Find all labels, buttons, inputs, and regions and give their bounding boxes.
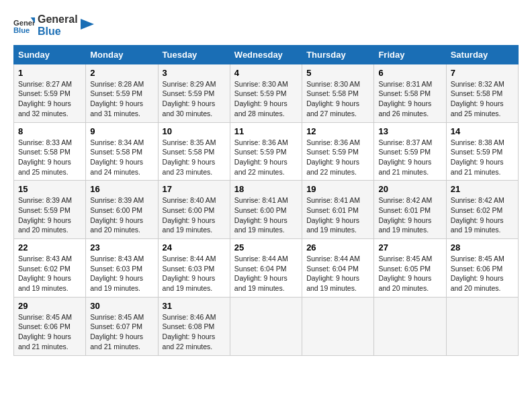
day-number: 7 [451, 68, 514, 78]
day-cell: 14 Sunrise: 8:38 AMSunset: 5:59 PMDaylig… [446, 122, 518, 181]
week-row-5: 29 Sunrise: 8:45 AMSunset: 6:06 PMDaylig… [14, 297, 519, 355]
day-number: 31 [163, 301, 226, 311]
day-detail: Sunrise: 8:44 AMSunset: 6:03 PMDaylight:… [163, 254, 226, 293]
svg-text:General: General [13, 19, 35, 27]
day-number: 1 [18, 68, 81, 78]
day-number: 19 [306, 184, 369, 194]
day-cell: 3 Sunrise: 8:29 AMSunset: 5:59 PMDayligh… [158, 64, 230, 122]
day-cell: 24 Sunrise: 8:44 AMSunset: 6:03 PMDaylig… [158, 239, 230, 298]
day-detail: Sunrise: 8:42 AMSunset: 6:02 PMDaylight:… [451, 195, 514, 235]
day-number: 23 [90, 242, 153, 253]
day-cell: 10 Sunrise: 8:35 AMSunset: 5:58 PMDaylig… [158, 122, 230, 181]
day-number: 27 [378, 242, 441, 253]
logo: General Blue General Blue [13, 13, 94, 38]
logo-arrow-icon [81, 19, 94, 32]
day-detail: Sunrise: 8:29 AMSunset: 5:59 PMDaylight:… [163, 79, 226, 119]
day-number: 26 [306, 242, 369, 253]
day-cell: 12 Sunrise: 8:36 AMSunset: 5:59 PMDaylig… [302, 122, 374, 181]
day-cell: 21 Sunrise: 8:42 AMSunset: 6:02 PMDaylig… [446, 181, 518, 239]
day-detail: Sunrise: 8:45 AMSunset: 6:07 PMDaylight:… [90, 312, 153, 352]
day-cell [302, 297, 374, 355]
day-cell [374, 297, 446, 355]
day-number: 12 [306, 126, 369, 136]
logo-blue: Blue [38, 26, 78, 38]
day-number: 28 [451, 242, 514, 253]
day-cell: 31 Sunrise: 8:46 AMSunset: 6:08 PMDaylig… [158, 297, 230, 355]
day-detail: Sunrise: 8:35 AMSunset: 5:58 PMDaylight:… [163, 138, 226, 177]
day-cell: 9 Sunrise: 8:34 AMSunset: 5:58 PMDayligh… [86, 122, 158, 181]
day-detail: Sunrise: 8:36 AMSunset: 5:59 PMDaylight:… [306, 138, 369, 177]
day-detail: Sunrise: 8:41 AMSunset: 6:00 PMDaylight:… [234, 195, 298, 235]
day-cell: 22 Sunrise: 8:43 AMSunset: 6:02 PMDaylig… [14, 239, 86, 298]
day-number: 22 [18, 242, 81, 253]
day-detail: Sunrise: 8:42 AMSunset: 6:01 PMDaylight:… [378, 195, 441, 235]
day-detail: Sunrise: 8:41 AMSunset: 6:01 PMDaylight:… [306, 195, 369, 235]
day-detail: Sunrise: 8:40 AMSunset: 6:00 PMDaylight:… [163, 195, 226, 235]
weekday-header-sunday: Sunday [14, 45, 86, 64]
day-cell: 13 Sunrise: 8:37 AMSunset: 5:59 PMDaylig… [374, 122, 446, 181]
week-row-1: 1 Sunrise: 8:27 AMSunset: 5:59 PMDayligh… [14, 64, 519, 122]
day-cell: 15 Sunrise: 8:39 AMSunset: 5:59 PMDaylig… [14, 181, 86, 239]
weekday-header-monday: Monday [86, 45, 158, 64]
day-cell: 1 Sunrise: 8:27 AMSunset: 5:59 PMDayligh… [14, 64, 86, 122]
day-detail: Sunrise: 8:45 AMSunset: 6:06 PMDaylight:… [18, 312, 81, 352]
day-cell: 25 Sunrise: 8:44 AMSunset: 6:04 PMDaylig… [230, 239, 302, 298]
logo-general: General [38, 13, 78, 26]
page-header: General Blue General Blue [13, 13, 519, 38]
day-detail: Sunrise: 8:30 AMSunset: 5:58 PMDaylight:… [306, 79, 369, 119]
day-cell: 6 Sunrise: 8:31 AMSunset: 5:58 PMDayligh… [374, 64, 446, 122]
day-detail: Sunrise: 8:34 AMSunset: 5:58 PMDaylight:… [90, 138, 153, 177]
logo-icon: General Blue [13, 15, 35, 36]
day-number: 10 [163, 126, 226, 136]
day-number: 18 [234, 184, 298, 194]
day-detail: Sunrise: 8:46 AMSunset: 6:08 PMDaylight:… [163, 312, 226, 352]
weekday-header-row: SundayMondayTuesdayWednesdayThursdayFrid… [14, 45, 519, 64]
svg-text:Blue: Blue [13, 27, 30, 35]
day-detail: Sunrise: 8:31 AMSunset: 5:58 PMDaylight:… [378, 79, 441, 119]
day-cell: 26 Sunrise: 8:44 AMSunset: 6:04 PMDaylig… [302, 239, 374, 298]
day-detail: Sunrise: 8:27 AMSunset: 5:59 PMDaylight:… [18, 79, 81, 119]
day-number: 4 [234, 68, 298, 78]
day-number: 8 [18, 126, 81, 136]
day-number: 13 [378, 126, 441, 136]
day-number: 5 [306, 68, 369, 78]
day-number: 11 [234, 126, 298, 136]
day-detail: Sunrise: 8:32 AMSunset: 5:58 PMDaylight:… [451, 79, 514, 119]
day-cell: 29 Sunrise: 8:45 AMSunset: 6:06 PMDaylig… [14, 297, 86, 355]
day-cell: 19 Sunrise: 8:41 AMSunset: 6:01 PMDaylig… [302, 181, 374, 239]
day-number: 15 [18, 184, 81, 194]
weekday-header-wednesday: Wednesday [230, 45, 302, 64]
day-number: 29 [18, 301, 81, 311]
day-cell: 8 Sunrise: 8:33 AMSunset: 5:58 PMDayligh… [14, 122, 86, 181]
day-detail: Sunrise: 8:43 AMSunset: 6:03 PMDaylight:… [90, 254, 153, 293]
day-number: 14 [451, 126, 514, 136]
week-row-4: 22 Sunrise: 8:43 AMSunset: 6:02 PMDaylig… [14, 239, 519, 298]
day-detail: Sunrise: 8:36 AMSunset: 5:59 PMDaylight:… [234, 138, 298, 177]
week-row-2: 8 Sunrise: 8:33 AMSunset: 5:58 PMDayligh… [14, 122, 519, 181]
day-number: 21 [451, 184, 514, 194]
svg-marker-3 [81, 19, 94, 30]
day-detail: Sunrise: 8:44 AMSunset: 6:04 PMDaylight:… [306, 254, 369, 293]
day-cell: 30 Sunrise: 8:45 AMSunset: 6:07 PMDaylig… [86, 297, 158, 355]
day-detail: Sunrise: 8:43 AMSunset: 6:02 PMDaylight:… [18, 254, 81, 293]
weekday-header-saturday: Saturday [446, 45, 518, 64]
day-cell: 4 Sunrise: 8:30 AMSunset: 5:59 PMDayligh… [230, 64, 302, 122]
day-cell: 16 Sunrise: 8:39 AMSunset: 6:00 PMDaylig… [86, 181, 158, 239]
day-cell [446, 297, 518, 355]
day-detail: Sunrise: 8:45 AMSunset: 6:05 PMDaylight:… [378, 254, 441, 293]
day-number: 6 [378, 68, 441, 78]
day-detail: Sunrise: 8:33 AMSunset: 5:58 PMDaylight:… [18, 138, 81, 177]
day-number: 9 [90, 126, 153, 136]
day-cell: 7 Sunrise: 8:32 AMSunset: 5:58 PMDayligh… [446, 64, 518, 122]
day-detail: Sunrise: 8:45 AMSunset: 6:06 PMDaylight:… [451, 254, 514, 293]
day-number: 25 [234, 242, 298, 253]
day-cell [230, 297, 302, 355]
day-number: 3 [163, 68, 226, 78]
day-cell: 27 Sunrise: 8:45 AMSunset: 6:05 PMDaylig… [374, 239, 446, 298]
day-detail: Sunrise: 8:30 AMSunset: 5:59 PMDaylight:… [234, 79, 298, 119]
day-number: 20 [378, 184, 441, 194]
day-cell: 23 Sunrise: 8:43 AMSunset: 6:03 PMDaylig… [86, 239, 158, 298]
day-cell: 11 Sunrise: 8:36 AMSunset: 5:59 PMDaylig… [230, 122, 302, 181]
day-detail: Sunrise: 8:28 AMSunset: 5:59 PMDaylight:… [90, 79, 153, 119]
week-row-3: 15 Sunrise: 8:39 AMSunset: 5:59 PMDaylig… [14, 181, 519, 239]
